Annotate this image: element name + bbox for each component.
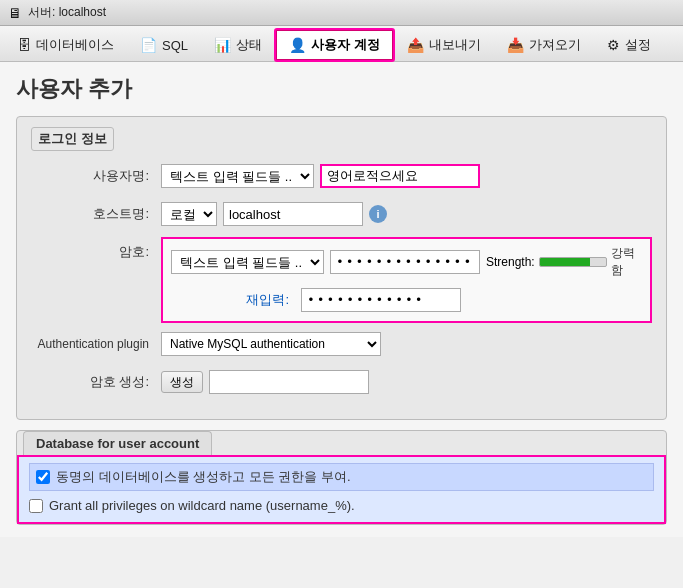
user-icon: 👤 xyxy=(289,37,306,53)
username-input[interactable] xyxy=(320,164,480,188)
host-input[interactable] xyxy=(223,202,363,226)
page-content: 사용자 추가 로그인 정보 사용자명: 텍스트 입력 필드들 .. 호스트명: … xyxy=(0,62,683,537)
host-row: 호스트명: 로컬 i xyxy=(31,199,652,229)
server-icon: 🖥 xyxy=(8,5,22,21)
password-input-row: 텍스트 입력 필드들 .. Strength: 강력함 xyxy=(171,245,642,279)
strength-text-label: Strength: xyxy=(486,255,535,269)
host-type-select[interactable]: 로컬 xyxy=(161,202,217,226)
nav-settings[interactable]: ⚙ 설정 xyxy=(594,29,664,61)
db-checkbox-2[interactable] xyxy=(29,499,43,513)
strength-level: 강력함 xyxy=(611,245,642,279)
reenter-input[interactable] xyxy=(301,288,461,312)
nav-database[interactable]: 🗄 데이터베이스 xyxy=(4,29,127,61)
export-icon: 📤 xyxy=(407,37,424,53)
username-type-select[interactable]: 텍스트 입력 필드들 .. xyxy=(161,164,314,188)
nav-export-label: 내보내기 xyxy=(429,36,481,54)
db-section-body: 동명의 데이터베이스를 생성하고 모든 권한을 부여. Grant all pr… xyxy=(17,455,666,524)
sql-icon: 📄 xyxy=(140,37,157,53)
db-checkbox-1-label: 동명의 데이터베이스를 생성하고 모든 권한을 부여. xyxy=(56,468,351,486)
username-row: 사용자명: 텍스트 입력 필드들 .. xyxy=(31,161,652,191)
generate-label: 암호 생성: xyxy=(31,373,161,391)
generate-controls: 생성 xyxy=(161,370,652,394)
nav-import[interactable]: 📥 가져오기 xyxy=(494,29,594,61)
nav-useraccount-label: 사용자 계정 xyxy=(311,36,380,54)
strength-fill xyxy=(540,258,590,266)
nav-database-label: 데이터베이스 xyxy=(36,36,114,54)
nav-import-label: 가져오기 xyxy=(529,36,581,54)
title-bar: 🖥 서버: localhost xyxy=(0,0,683,26)
title-bar-text: 서버: localhost xyxy=(28,4,106,21)
auth-row: Authentication plugin Native MySQL authe… xyxy=(31,329,652,359)
host-controls: 로컬 i xyxy=(161,202,652,226)
password-section: 텍스트 입력 필드들 .. Strength: 강력함 xyxy=(161,237,652,323)
db-checkbox-1[interactable] xyxy=(36,470,50,484)
auth-label: Authentication plugin xyxy=(31,337,161,351)
password-row: 암호: 텍스트 입력 필드들 .. Strength: 강력함 xyxy=(31,237,652,325)
auth-select[interactable]: Native MySQL authentication xyxy=(161,332,381,356)
page-title: 사용자 추가 xyxy=(16,74,667,104)
password-label: 암호: xyxy=(31,237,161,261)
db-checkbox-row-1: 동명의 데이터베이스를 생성하고 모든 권한을 부여. xyxy=(29,463,654,491)
strength-container: Strength: 강력함 xyxy=(486,245,642,279)
password-type-select[interactable]: 텍스트 입력 필드들 .. xyxy=(171,250,324,274)
username-controls: 텍스트 입력 필드들 .. xyxy=(161,164,652,188)
settings-icon: ⚙ xyxy=(607,37,620,53)
nav-sql-label: SQL xyxy=(162,38,188,53)
db-checkbox-row-2: Grant all privileges on wildcard name (u… xyxy=(29,495,654,516)
login-section: 로그인 정보 사용자명: 텍스트 입력 필드들 .. 호스트명: 로컬 i xyxy=(16,116,667,420)
db-section: Database for user account 동명의 데이터베이스를 생성… xyxy=(16,430,667,525)
import-icon: 📥 xyxy=(507,37,524,53)
nav-status-label: 상태 xyxy=(236,36,262,54)
generate-row: 암호 생성: 생성 xyxy=(31,367,652,397)
nav-sql[interactable]: 📄 SQL xyxy=(127,29,201,61)
reenter-row: 재입력: xyxy=(171,285,642,315)
generate-button[interactable]: 생성 xyxy=(161,371,203,393)
database-icon: 🗄 xyxy=(17,37,31,53)
login-section-title: 로그인 정보 xyxy=(31,127,114,151)
nav-bar: 🗄 데이터베이스 📄 SQL 📊 상태 👤 사용자 계정 📤 내보내기 📥 가져… xyxy=(0,26,683,62)
nav-settings-label: 설정 xyxy=(625,36,651,54)
auth-controls: Native MySQL authentication xyxy=(161,332,652,356)
password-input[interactable] xyxy=(330,250,480,274)
reenter-label: 재입력: xyxy=(171,291,301,309)
nav-useraccount[interactable]: 👤 사용자 계정 xyxy=(275,29,394,61)
host-label: 호스트명: xyxy=(31,205,161,223)
db-checkbox-2-label: Grant all privileges on wildcard name (u… xyxy=(49,498,355,513)
username-label: 사용자명: xyxy=(31,167,161,185)
generated-password-input[interactable] xyxy=(209,370,369,394)
status-icon: 📊 xyxy=(214,37,231,53)
db-section-tab[interactable]: Database for user account xyxy=(17,431,666,455)
db-tab-label: Database for user account xyxy=(23,431,212,455)
nav-export[interactable]: 📤 내보내기 xyxy=(394,29,494,61)
nav-status[interactable]: 📊 상태 xyxy=(201,29,275,61)
strength-bar xyxy=(539,257,608,267)
host-info-icon[interactable]: i xyxy=(369,205,387,223)
